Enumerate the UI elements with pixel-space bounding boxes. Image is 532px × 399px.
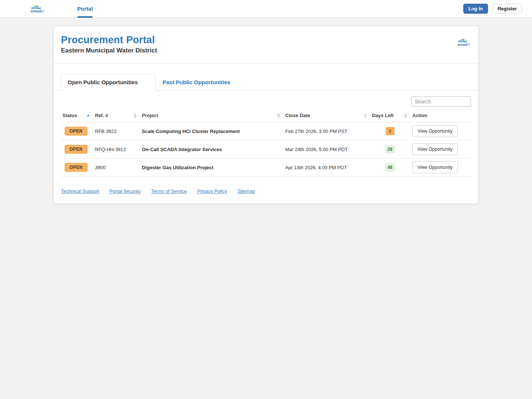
days-left-badge: 48 <box>385 163 395 171</box>
emwd-logo-graphic: emwd <box>28 3 45 15</box>
footer-link-terms-of-service[interactable]: Terms of Service <box>151 188 187 194</box>
login-button[interactable]: Log In <box>463 4 488 14</box>
status-badge: OPEN <box>65 127 88 136</box>
sort-icon <box>404 113 407 118</box>
view-opportunity-button[interactable]: View Opportunity <box>412 125 458 137</box>
opportunities-table: Status Ref. # Project <box>61 110 471 177</box>
days-left-badge: 28 <box>385 145 395 153</box>
top-navigation-bar: emwd Portal Log In Register <box>0 0 532 18</box>
tab-open-public-opportunities[interactable]: Open Public Opportunities <box>61 74 156 91</box>
column-header-close-date[interactable]: Close Date <box>284 110 371 122</box>
card-header-titles: Procurement Portal Eastern Municipal Wat… <box>61 34 157 54</box>
view-opportunity-button[interactable]: View Opportunity <box>412 143 458 155</box>
column-header-status-label: Status <box>62 113 77 118</box>
close-date-cell: Mar 24th 2026, 5:00 PM PDT <box>284 140 371 158</box>
emwd-logo-graphic: emwd <box>455 36 471 48</box>
column-header-days-left[interactable]: Days Left <box>371 110 411 122</box>
footer-link-privacy-policy[interactable]: Privacy Policy <box>197 188 227 194</box>
footer-link-technical-support[interactable]: Technical Support <box>61 188 99 194</box>
ref-cell: RFB 3922 <box>93 122 140 140</box>
sort-icon <box>364 113 367 118</box>
project-cell: Digester Gas Utilization Project <box>140 158 284 177</box>
table-header-row: Status Ref. # Project <box>61 110 471 122</box>
footer-link-portal-security[interactable]: Portal Security <box>109 188 141 194</box>
sort-icon <box>277 113 280 118</box>
column-header-project-label: Project <box>142 113 158 118</box>
column-header-action-label: Action <box>412 113 427 118</box>
svg-text:emwd: emwd <box>31 9 41 13</box>
nav-active-underline <box>78 16 92 18</box>
sort-ascending-icon <box>87 115 90 116</box>
ref-cell: 3900 <box>93 158 140 177</box>
table-row: OPEN 3900 Digester Gas Utilization Proje… <box>61 158 471 177</box>
column-header-ref[interactable]: Ref. # <box>93 110 140 122</box>
status-badge: OPEN <box>65 145 88 154</box>
card-header: Procurement Portal Eastern Municipal Wat… <box>54 26 478 64</box>
opportunities-content: Status Ref. # Project <box>54 91 478 177</box>
opportunities-tabbar: Open Public Opportunities Past Public Op… <box>54 64 478 91</box>
column-header-status[interactable]: Status <box>61 110 93 122</box>
search-input[interactable] <box>411 96 471 107</box>
column-header-project[interactable]: Project <box>140 110 284 122</box>
search-row <box>61 96 471 107</box>
nav-item-portal[interactable]: Portal <box>76 0 94 18</box>
page-title: Procurement Portal <box>61 34 157 46</box>
column-header-ref-label: Ref. # <box>95 113 108 118</box>
column-header-days-left-label: Days Left <box>372 113 394 118</box>
table-row: OPEN RFQ-HH-3912 On-Call SCADA Integrato… <box>61 140 471 158</box>
project-cell: On-Call SCADA Integrator Services <box>140 140 284 158</box>
close-date-cell: Feb 27th 2026, 3:00 PM PST <box>284 122 371 140</box>
emwd-logo[interactable]: emwd <box>28 3 45 15</box>
nav-item-portal-label: Portal <box>77 6 93 12</box>
card-footer: Technical Support Portal Security Terms … <box>54 177 478 204</box>
project-cell: Scale Computing HCI Cluster Replacement <box>140 122 284 140</box>
column-header-action: Action <box>411 110 471 122</box>
tab-past-public-opportunities[interactable]: Past Public Opportunities <box>156 74 252 90</box>
days-left-badge: 3 <box>386 127 395 135</box>
table-row: OPEN RFB 3922 Scale Computing HCI Cluste… <box>61 122 471 140</box>
column-header-close-date-label: Close Date <box>285 113 310 118</box>
footer-link-sitemap[interactable]: Sitemap <box>238 188 255 194</box>
procurement-portal-card: Procurement Portal Eastern Municipal Wat… <box>53 26 479 204</box>
emwd-logo: emwd <box>455 36 471 49</box>
page-subtitle: Eastern Municipal Water District <box>61 47 157 54</box>
svg-text:emwd: emwd <box>457 42 467 47</box>
ref-cell: RFQ-HH-3912 <box>93 140 140 158</box>
status-badge: OPEN <box>65 163 88 172</box>
register-button[interactable]: Register <box>492 4 522 14</box>
sort-icon <box>134 113 137 118</box>
view-opportunity-button[interactable]: View Opportunity <box>412 161 458 173</box>
close-date-cell: Apr 13th 2026, 4:00 PM PDT <box>284 158 371 177</box>
